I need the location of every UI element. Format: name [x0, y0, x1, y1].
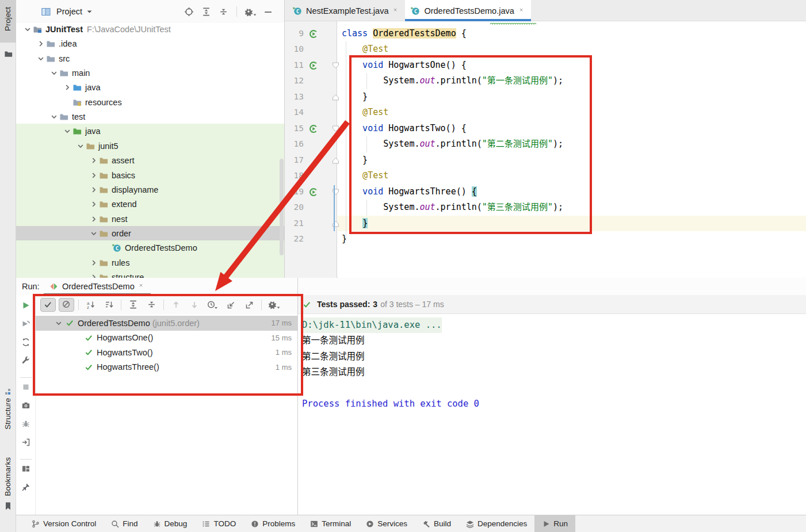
tree-item-main[interactable]: main — [16, 66, 284, 81]
bookmark-icon[interactable] — [4, 502, 12, 511]
chevron-right-icon[interactable] — [63, 83, 72, 92]
statusbar-item-version-control[interactable]: Version Control — [24, 515, 104, 532]
wrench-icon[interactable] — [21, 355, 31, 366]
fold-marker[interactable] — [332, 189, 339, 196]
project-scrollbar-thumb[interactable] — [280, 159, 284, 255]
console-line: 第二条测试用例 — [302, 349, 365, 365]
expand-all-icon[interactable] — [197, 4, 215, 19]
tree-item-src[interactable]: src — [16, 51, 284, 66]
statusbar-label: Problems — [262, 519, 295, 528]
project-toolbar-title[interactable]: Project — [56, 7, 82, 16]
line-number: 17 — [285, 152, 304, 169]
close-icon[interactable] — [139, 284, 145, 289]
fold-marker[interactable] — [332, 220, 339, 227]
toolwindow-button-bookmarks[interactable]: Bookmarks — [3, 457, 12, 496]
chevron-down-icon[interactable] — [76, 141, 85, 151]
tree-item-junittest[interactable]: JUnitTestF:\JavaCode\JUnitTest — [16, 22, 284, 37]
tree-item-label: rules — [112, 258, 129, 267]
statusbar-label: Version Control — [43, 519, 96, 528]
chevron-down-icon[interactable] — [89, 229, 98, 238]
tree-item-structure[interactable]: structure — [16, 270, 284, 278]
tree-item-junit5[interactable]: junit5 — [16, 139, 284, 154]
chevron-down-icon[interactable] — [49, 112, 59, 121]
play-icon — [542, 520, 550, 528]
statusbar-item-dependencies[interactable]: Dependencies — [459, 515, 534, 532]
statusbar-item-terminal[interactable]: Terminal — [303, 515, 358, 532]
chevron-right-icon[interactable] — [89, 156, 98, 165]
fold-marker[interactable] — [332, 157, 339, 164]
hide-icon[interactable] — [259, 4, 276, 19]
line-number: 18 — [285, 168, 304, 184]
statusbar-item-problems[interactable]: Problems — [243, 515, 303, 532]
fold-marker[interactable] — [332, 62, 339, 69]
chevron-right-icon[interactable] — [89, 171, 98, 180]
locate-icon[interactable] — [180, 4, 197, 19]
auto-test-icon[interactable] — [21, 337, 31, 347]
chevron-down-icon[interactable] — [63, 127, 72, 136]
rerun-failed-icon[interactable] — [21, 319, 31, 329]
package-icon — [98, 258, 108, 267]
tree-item-label: test — [72, 112, 85, 121]
console-output[interactable]: D:\jdk-11\bin\java.exe ...第一条测试用例第二条测试用例… — [298, 314, 806, 515]
project-toolbar: Project — [16, 0, 284, 23]
editor-tab-nestexampletestjava[interactable]: CNestExampleTest.java — [287, 0, 405, 21]
tree-item-test[interactable]: test — [16, 109, 284, 124]
toolwindow-button-structure[interactable]: Structure — [3, 398, 12, 430]
console-line: 第一条测试用例 — [302, 333, 365, 349]
run-test-gutter-icon[interactable] — [308, 187, 318, 197]
tree-item-displayname[interactable]: displayname — [16, 182, 284, 197]
tree-item-resources[interactable]: resources — [16, 95, 284, 110]
structure-icon[interactable] — [5, 388, 13, 396]
chevron-down-icon[interactable] — [23, 25, 32, 34]
line-number: 10 — [285, 41, 304, 58]
tree-item-rules[interactable]: rules — [16, 255, 284, 270]
run-green-icon[interactable] — [21, 300, 31, 311]
tree-item-order[interactable]: order — [16, 226, 284, 241]
tree-item-assert[interactable]: assert — [16, 153, 284, 168]
close-icon[interactable] — [394, 8, 399, 14]
chevron-right-icon[interactable] — [89, 185, 98, 194]
editor-tab-orderedtestsdemojava[interactable]: COrderedTestsDemo.java — [405, 0, 530, 21]
chevron-right-icon[interactable] — [89, 200, 98, 209]
tree-item-java[interactable]: java — [16, 80, 284, 95]
statusbar-item-find[interactable]: Find — [104, 515, 145, 532]
tree-item-basics[interactable]: basics — [16, 168, 284, 183]
squiggle-underline — [490, 22, 537, 25]
run-tab[interactable]: OrderedTestsDemo — [44, 278, 151, 295]
statusbar-item-services[interactable]: Services — [358, 515, 415, 532]
chevron-right-icon[interactable] — [89, 273, 98, 278]
tree-item-orderedtestsdemo[interactable]: COrderedTestsDemo — [16, 240, 284, 255]
toolwindow-label-project[interactable]: Project — [3, 7, 12, 31]
chevron-right-icon[interactable] — [36, 39, 45, 48]
camera-icon[interactable] — [21, 400, 31, 411]
statusbar-item-todo[interactable]: TODO — [194, 515, 243, 532]
test-bug-icon[interactable] — [21, 419, 31, 429]
tree-item-idea[interactable]: .idea — [16, 36, 284, 51]
tree-item-extend[interactable]: extend — [16, 197, 284, 212]
editor-tab-bar: CNestExampleTest.javaCOrderedTestsDemo.j… — [285, 0, 806, 21]
run-test-gutter-icon[interactable] — [308, 124, 318, 133]
run-test-gutter-icon[interactable] — [308, 60, 318, 70]
enter-icon[interactable] — [21, 437, 31, 447]
chevron-down-icon[interactable] — [49, 68, 59, 78]
stop-icon[interactable] — [21, 382, 31, 392]
run-test-gutter-icon[interactable] — [308, 29, 318, 39]
fold-marker[interactable] — [332, 125, 339, 132]
settings-icon[interactable] — [242, 4, 259, 19]
statusbar-item-build[interactable]: Build — [415, 515, 459, 532]
chevron-down-icon[interactable] — [36, 54, 45, 63]
tree-item-java[interactable]: java — [16, 124, 284, 139]
chevron-down-icon[interactable] — [86, 7, 93, 16]
folder-icon[interactable] — [4, 49, 13, 58]
layout-icon[interactable] — [21, 464, 31, 474]
chevron-right-icon[interactable] — [89, 215, 98, 224]
statusbar-item-run[interactable]: Run — [534, 515, 575, 532]
statusbar-item-debug[interactable]: Debug — [146, 515, 195, 532]
gutter-row: 13 — [285, 89, 337, 105]
close-icon[interactable] — [519, 8, 525, 14]
chevron-right-icon[interactable] — [89, 258, 98, 267]
collapse-all-icon[interactable] — [215, 4, 232, 19]
fold-marker[interactable] — [332, 94, 339, 101]
pin-icon[interactable] — [21, 482, 31, 492]
tree-item-nest[interactable]: nest — [16, 212, 284, 227]
